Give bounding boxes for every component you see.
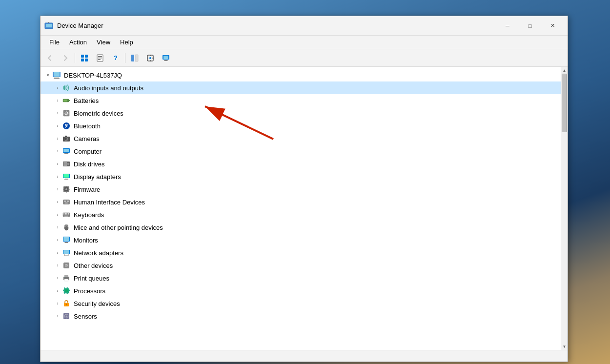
bluetooth-label: Bluetooth — [74, 122, 101, 130]
svg-rect-79 — [63, 250, 69, 254]
tree-item-other[interactable]: › ? Other devices — [41, 259, 561, 272]
svg-rect-19 — [164, 61, 168, 61]
toggle-button[interactable] — [127, 51, 142, 65]
tree-item-keyboards[interactable]: › Keyboards — [41, 208, 561, 221]
svg-rect-53 — [66, 192, 67, 193]
forward-button[interactable] — [58, 51, 73, 65]
tree-item-display[interactable]: › Display adapters — [41, 170, 561, 183]
batteries-label: Batteries — [74, 97, 99, 104]
svg-rect-48 — [64, 179, 68, 180]
tree-item-disk[interactable]: › Disk drives — [41, 158, 561, 170]
svg-rect-22 — [54, 78, 59, 79]
root-label: DESKTOP-4L537JQ — [64, 72, 122, 79]
scrollbar[interactable]: ▲ ▼ — [561, 67, 568, 350]
tree-item-network[interactable]: › Network adapters — [41, 246, 561, 259]
tree-item-monitors[interactable]: › Monitors — [41, 234, 561, 246]
svg-rect-42 — [63, 162, 67, 166]
scrollbar-track[interactable] — [561, 74, 568, 343]
audio-icon — [62, 83, 71, 92]
svg-rect-66 — [65, 215, 66, 216]
svg-rect-46 — [63, 174, 69, 178]
close-button[interactable]: ✕ — [541, 18, 564, 34]
svg-rect-55 — [69, 189, 70, 190]
overview-button[interactable] — [77, 51, 92, 65]
tree-item-mice[interactable]: › Mice and other pointing devices — [41, 221, 561, 234]
svg-rect-99 — [69, 290, 70, 291]
svg-text:?: ? — [65, 264, 68, 268]
toolbar: ? — [41, 49, 568, 67]
tree-item-security[interactable]: › Security devices — [41, 297, 561, 310]
minimize-button[interactable]: ─ — [496, 18, 519, 34]
menu-view[interactable]: View — [92, 37, 115, 48]
svg-point-32 — [63, 122, 70, 129]
maximize-button[interactable]: □ — [519, 18, 541, 34]
svg-rect-63 — [66, 213, 67, 214]
disk-label: Disk drives — [74, 161, 105, 168]
tree-item-processors[interactable]: › — [41, 284, 561, 297]
device-manager-window: Device Manager ─ □ ✕ File Action View He… — [40, 16, 568, 362]
tree-item-audio[interactable]: › Audio inputs and outputs — [41, 81, 561, 94]
display-expand-arrow: › — [54, 173, 61, 180]
svg-rect-57 — [64, 201, 66, 202]
svg-rect-88 — [65, 289, 68, 292]
biometric-expand-arrow: › — [54, 110, 61, 117]
svg-rect-98 — [69, 289, 70, 289]
tree-item-batteries[interactable]: › Batteries — [41, 94, 561, 107]
svg-point-51 — [65, 188, 67, 190]
hid-icon — [62, 198, 71, 206]
menubar: File Action View Help — [41, 36, 568, 49]
svg-rect-11 — [98, 59, 101, 60]
tree-item-bluetooth[interactable]: › Bluetooth — [41, 120, 561, 132]
menu-file[interactable]: File — [44, 37, 64, 48]
back-button[interactable] — [42, 51, 57, 65]
toolbar-separator-2 — [125, 53, 125, 63]
svg-rect-9 — [98, 56, 102, 57]
svg-rect-58 — [67, 201, 69, 202]
svg-rect-36 — [65, 136, 67, 137]
print-icon — [62, 274, 71, 283]
firmware-expand-arrow: › — [54, 186, 61, 193]
scan-button[interactable] — [143, 51, 158, 65]
processors-label: Processors — [74, 287, 105, 295]
tree-panel[interactable]: ▾ DESKTOP-4L537JQ › — [41, 67, 561, 350]
hid-expand-arrow: › — [54, 199, 61, 205]
svg-rect-17 — [163, 56, 168, 59]
svg-rect-39 — [64, 153, 68, 154]
processors-expand-arrow: › — [54, 287, 61, 294]
svg-rect-65 — [63, 215, 64, 216]
tree-item-print[interactable]: › Print queues — [41, 272, 561, 284]
svg-rect-95 — [63, 289, 64, 289]
toggle-icon — [131, 54, 139, 62]
scroll-down-arrow[interactable]: ▼ — [561, 343, 568, 350]
monitor-button[interactable] — [159, 51, 173, 65]
tree-item-firmware[interactable]: › Firmware — [41, 183, 561, 196]
menu-help[interactable]: Help — [115, 37, 138, 48]
keyboards-label: Keyboards — [74, 211, 104, 219]
help-button[interactable]: ? — [108, 51, 123, 65]
svg-rect-85 — [64, 279, 68, 281]
svg-rect-21 — [54, 72, 60, 77]
tree-item-biometric[interactable]: › Biometric devices — [41, 107, 561, 120]
tree-item-hid[interactable]: › Human Interface Devices — [41, 196, 561, 208]
forward-icon — [62, 55, 69, 61]
scroll-up-arrow[interactable]: ▲ — [561, 67, 568, 74]
display-icon — [62, 172, 71, 181]
svg-rect-90 — [66, 287, 66, 288]
tree-item-sensors[interactable]: › Sensors — [41, 310, 561, 323]
properties-button[interactable] — [93, 51, 107, 65]
svg-rect-56 — [63, 200, 70, 204]
network-expand-arrow: › — [54, 249, 61, 256]
network-icon — [62, 248, 71, 257]
tree-root-item[interactable]: ▾ DESKTOP-4L537JQ — [41, 69, 561, 81]
mice-label: Mice and other pointing devices — [74, 224, 163, 231]
menu-action[interactable]: Action — [64, 37, 92, 48]
properties-icon — [96, 54, 104, 62]
svg-point-35 — [66, 139, 67, 140]
biometric-label: Biometric devices — [74, 110, 123, 117]
svg-rect-10 — [98, 58, 102, 59]
scrollbar-thumb[interactable] — [562, 74, 567, 132]
keyboards-expand-arrow: › — [54, 211, 61, 218]
tree-item-computer[interactable]: › Computer — [41, 145, 561, 158]
svg-rect-92 — [64, 293, 65, 294]
tree-item-cameras[interactable]: › Cameras — [41, 132, 561, 145]
